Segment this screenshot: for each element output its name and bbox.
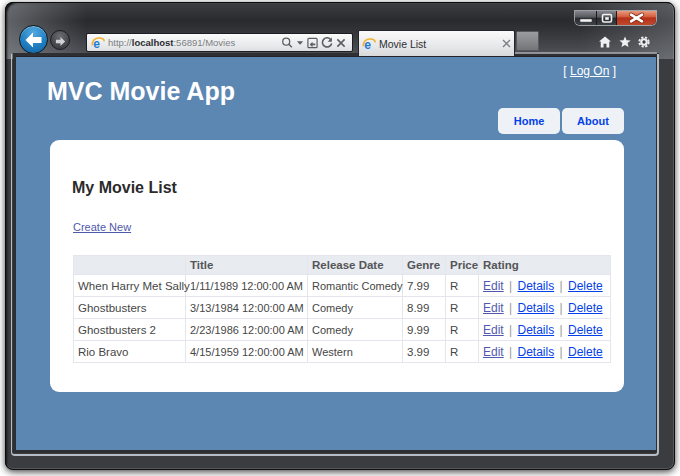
svg-text:e: e	[93, 37, 100, 50]
svg-text:e: e	[364, 38, 371, 51]
